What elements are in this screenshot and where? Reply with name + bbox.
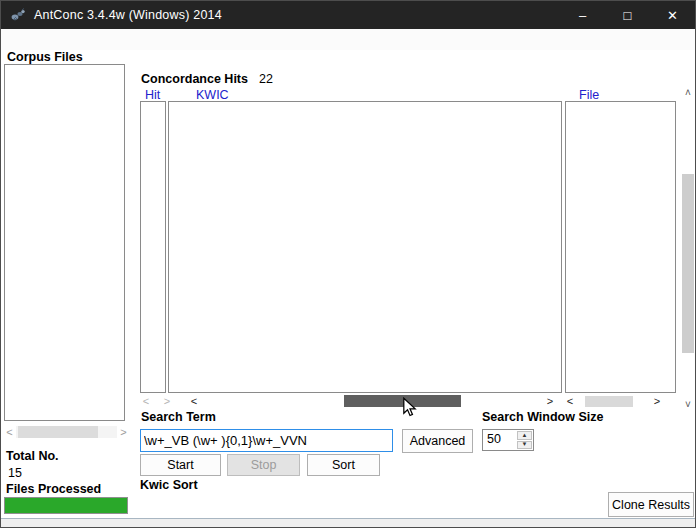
file-scroll-left-icon[interactable]: <: [564, 394, 576, 409]
spin-up-icon[interactable]: ▲: [517, 431, 532, 440]
progress-fill: [5, 498, 127, 513]
sort-button[interactable]: Sort: [307, 454, 380, 476]
file-column: [565, 101, 676, 393]
start-button[interactable]: Start: [140, 454, 221, 476]
search-term-input[interactable]: [140, 429, 393, 452]
vertical-scrollbar[interactable]: ˄ ˅: [680, 88, 696, 410]
scroll-down-icon[interactable]: ˅: [680, 399, 696, 410]
menu-bar: [1, 29, 695, 50]
hits-count: 22: [259, 72, 273, 86]
search-window-size-label: Search Window Size: [482, 410, 603, 424]
scroll-up-icon[interactable]: ˄: [680, 87, 696, 98]
corpus-hscroll-track[interactable]: [16, 426, 117, 438]
kwic-sort-label: Kwic Sort: [140, 478, 198, 492]
file-scroll-right-icon[interactable]: >: [651, 394, 663, 409]
kwic-hscroll-thumb[interactable]: [344, 395, 461, 407]
maximize-button[interactable]: □: [605, 1, 650, 29]
search-window-size-value: 50: [483, 430, 516, 450]
corpus-hscrollbar[interactable]: < >: [3, 425, 130, 439]
search-term-label: Search Term: [141, 410, 216, 424]
minimize-button[interactable]: –: [560, 1, 605, 29]
app-icon: [10, 7, 26, 23]
stop-button[interactable]: Stop: [227, 454, 300, 476]
vertical-scroll-thumb[interactable]: [682, 174, 694, 353]
hits-label: Concordance Hits: [141, 72, 248, 86]
search-window-size-spinner[interactable]: 50 ▲ ▼: [482, 429, 534, 451]
app-window: AntConc 3.4.4w (Windows) 2014 – □ ✕ Corp…: [0, 0, 696, 528]
spin-down-icon[interactable]: ▼: [517, 441, 532, 450]
advanced-button[interactable]: Advanced: [402, 429, 473, 453]
files-processed-label: Files Processed: [6, 482, 101, 496]
concordance-hits-line: Concordance Hits 22: [141, 72, 273, 86]
kwic-column-header: KWIC: [196, 88, 229, 102]
hit-column-header: Hit: [145, 88, 160, 102]
kwic-column: [168, 101, 562, 393]
title-bar: AntConc 3.4.4w (Windows) 2014 – □ ✕: [1, 1, 695, 29]
scroll-left-icon[interactable]: <: [3, 425, 16, 439]
corpus-file-list[interactable]: [4, 64, 125, 421]
window-controls: – □ ✕: [560, 1, 695, 29]
hit-scroll-right-icon[interactable]: >: [161, 394, 173, 409]
clone-results-button[interactable]: Clone Results: [608, 492, 694, 517]
bottom-strip: [1, 518, 695, 528]
files-progressbar: [4, 497, 128, 514]
scroll-right-icon[interactable]: >: [117, 425, 130, 439]
file-hscroll-thumb[interactable]: [585, 396, 633, 407]
total-no-label: Total No.: [6, 449, 59, 463]
total-no-value: 15: [8, 466, 22, 480]
kwic-scroll-right-icon[interactable]: >: [544, 394, 556, 409]
kwic-scroll-left-icon[interactable]: <: [188, 394, 200, 409]
hit-scroll-left-icon[interactable]: <: [140, 394, 152, 409]
corpus-hscroll-thumb[interactable]: [18, 426, 98, 438]
window-title: AntConc 3.4.4w (Windows) 2014: [34, 8, 222, 22]
close-button[interactable]: ✕: [650, 1, 695, 29]
corpus-files-label: Corpus Files: [7, 50, 83, 64]
file-column-header: File: [579, 88, 599, 102]
hit-column: [140, 101, 166, 393]
